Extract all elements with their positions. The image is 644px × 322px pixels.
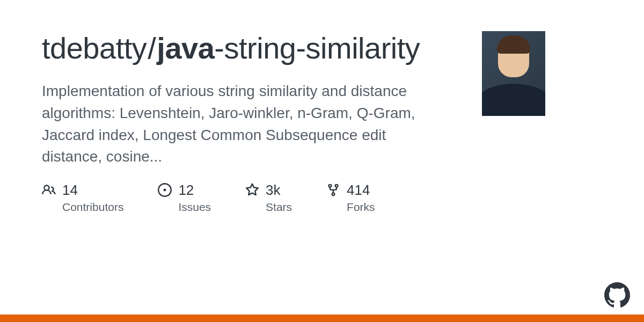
github-logo-icon xyxy=(604,282,630,308)
issues-label: Issues xyxy=(178,201,211,214)
stars-value: 3k xyxy=(266,182,292,199)
forks-label: Forks xyxy=(347,201,375,214)
stat-forks: 414 Forks xyxy=(326,182,375,214)
language-color-bar xyxy=(0,314,644,322)
repo-name-bold: java xyxy=(157,31,214,65)
stat-contributors: 14 Contributors xyxy=(42,182,123,214)
stat-text: 414 Forks xyxy=(347,182,375,214)
stat-issues: 12 Issues xyxy=(158,182,211,214)
forks-value: 414 xyxy=(347,182,375,199)
contributors-value: 14 xyxy=(62,182,123,199)
contributors-label: Contributors xyxy=(62,201,123,214)
stat-text: 12 Issues xyxy=(178,182,211,214)
slash-separator: / xyxy=(148,31,156,65)
stats-row: 14 Contributors 12 Issues 3k Stars xyxy=(42,182,460,214)
avatar xyxy=(482,31,545,116)
stat-stars: 3k Stars xyxy=(245,182,292,214)
repo-title: tdebatty/java-string-similarity xyxy=(42,31,460,65)
repo-name-rest: -string-similarity xyxy=(214,31,420,65)
main-content: tdebatty/java-string-similarity Implemen… xyxy=(42,31,460,214)
repo-description: Implementation of various string similar… xyxy=(42,80,439,167)
star-icon xyxy=(245,183,259,197)
fork-icon xyxy=(326,183,340,197)
social-card-container: tdebatty/java-string-similarity Implemen… xyxy=(0,0,644,214)
stat-text: 14 Contributors xyxy=(62,182,123,214)
repo-owner: tdebatty xyxy=(42,31,147,65)
issue-icon xyxy=(158,183,172,197)
stars-label: Stars xyxy=(266,201,292,214)
people-icon xyxy=(42,183,56,197)
stat-text: 3k Stars xyxy=(266,182,292,214)
issues-value: 12 xyxy=(178,182,211,199)
